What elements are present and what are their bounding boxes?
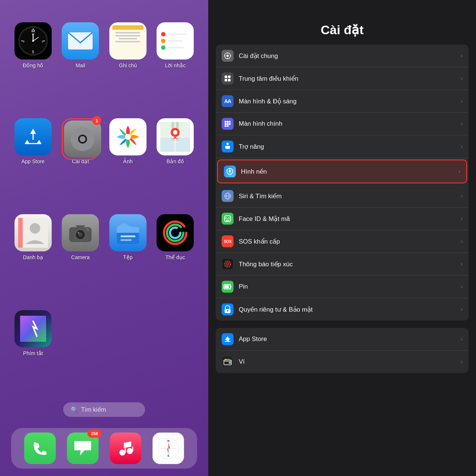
- svg-text:9: 9: [23, 40, 25, 43]
- app-clock-label: Đồng hồ: [23, 62, 43, 68]
- faceid-icon: [222, 213, 234, 225]
- control-chevron: ›: [461, 75, 463, 82]
- siri-chevron: ›: [461, 193, 463, 199]
- battery-chevron: ›: [461, 283, 463, 290]
- app-files[interactable]: Tệp: [106, 214, 150, 299]
- dock-messages[interactable]: 258: [67, 432, 99, 464]
- settings-row-battery[interactable]: Pin ›: [216, 276, 469, 298]
- search-bar[interactable]: 🔍 Tìm kiếm: [63, 402, 145, 417]
- dock-phone[interactable]: [24, 432, 56, 464]
- svg-rect-75: [227, 121, 229, 123]
- display-chevron: ›: [461, 98, 463, 104]
- exposure-icon: [222, 258, 234, 270]
- appstore-row-chevron: ›: [461, 336, 463, 342]
- svg-rect-21: [81, 147, 84, 151]
- svg-point-65: [226, 55, 229, 57]
- svg-rect-106: [227, 359, 229, 360]
- svg-point-19: [80, 136, 86, 142]
- svg-rect-105: [225, 359, 227, 360]
- svg-text:S: S: [167, 454, 170, 457]
- app-reminders-label: Lời nhắc: [165, 62, 186, 68]
- app-appstore[interactable]: App Store: [11, 118, 55, 203]
- sos-label: SOS khẩn cấp: [239, 238, 461, 245]
- settings-content: Cài đặt chung › Trung tâm điều khiển ›: [208, 45, 476, 476]
- svg-point-29: [125, 134, 131, 140]
- app-fitness[interactable]: Thể dục: [154, 214, 197, 299]
- dock-safari[interactable]: N S: [152, 432, 184, 464]
- battery-icon: [222, 281, 234, 293]
- wallet-icon: [222, 356, 234, 368]
- svg-rect-104: [229, 362, 231, 364]
- settings-title: Cài đặt: [219, 22, 465, 37]
- dock: 258: [11, 428, 197, 469]
- svg-point-101: [227, 310, 228, 312]
- svg-rect-77: [225, 123, 226, 125]
- app-maps[interactable]: Bản đồ: [154, 118, 197, 203]
- control-label: Trung tâm điều khiển: [239, 75, 461, 83]
- dock-music[interactable]: [110, 432, 141, 464]
- app-maps-label: Bản đồ: [167, 158, 184, 164]
- svg-point-9: [32, 40, 34, 42]
- app-notes[interactable]: Ghi chú: [106, 22, 150, 107]
- svg-rect-67: [227, 58, 228, 59]
- app-contacts[interactable]: Danh bạ: [11, 214, 55, 299]
- exposure-label: Thông báo tiếp xúc: [239, 260, 461, 268]
- settings-row-privacy[interactable]: Quyền riêng tư & Bảo mật ›: [216, 298, 469, 321]
- homescreen-label: Màn hình chính: [239, 120, 461, 128]
- svg-text:N: N: [167, 439, 170, 443]
- app-clock[interactable]: 12 3 6 9 12: [11, 22, 55, 107]
- svg-rect-80: [225, 125, 226, 127]
- settings-panel: Cài đặt Cài đặt chung ›: [208, 0, 476, 476]
- homescreen-chevron: ›: [461, 120, 463, 127]
- svg-rect-72: [225, 79, 227, 81]
- settings-row-accessibility[interactable]: Trợ năng ›: [216, 135, 469, 158]
- app-files-label: Tệp: [123, 254, 132, 260]
- settings-header: Cài đặt: [208, 0, 476, 45]
- svg-rect-76: [229, 121, 231, 123]
- settings-row-display[interactable]: AA Màn hình & Độ sáng ›: [216, 90, 469, 113]
- general-icon: [222, 50, 234, 62]
- svg-point-36: [173, 130, 177, 135]
- faceid-chevron: ›: [461, 215, 463, 222]
- siri-label: Siri & Tìm kiếm: [239, 192, 461, 200]
- settings-row-sos[interactable]: SOS SOS khẩn cấp ›: [216, 230, 469, 253]
- app-photos[interactable]: Ảnh: [106, 118, 150, 203]
- svg-rect-98: [231, 286, 231, 288]
- sos-chevron: ›: [461, 238, 463, 245]
- app-photos-label: Ảnh: [123, 158, 133, 164]
- app-reminders[interactable]: Lời nhắc: [154, 22, 197, 107]
- settings-row-faceid[interactable]: Face ID & Mật mã ›: [216, 208, 469, 230]
- app-shortcuts[interactable]: Phím tắt: [11, 310, 55, 395]
- settings-row-general[interactable]: Cài đặt chung ›: [216, 45, 469, 67]
- settings-row-appstore[interactable]: App Store ›: [216, 328, 469, 351]
- svg-rect-20: [81, 128, 84, 132]
- wallpaper-icon: [224, 165, 236, 177]
- app-appstore-label: App Store: [22, 158, 45, 164]
- settings-row-wallet[interactable]: Ví ›: [216, 351, 469, 373]
- app-camera[interactable]: Camera: [59, 214, 103, 299]
- svg-rect-22: [71, 138, 75, 140]
- settings-row-homescreen[interactable]: Màn hình chính ›: [216, 113, 469, 135]
- svg-rect-99: [225, 285, 229, 288]
- svg-rect-74: [225, 121, 226, 123]
- app-settings[interactable]: 1 Cài đặt: [59, 118, 103, 203]
- app-contacts-label: Danh bạ: [23, 254, 43, 260]
- settings-group-main: Cài đặt chung › Trung tâm điều khiển ›: [216, 45, 469, 321]
- settings-group-store: App Store › Ví ›: [216, 328, 469, 373]
- app-fitness-label: Thể dục: [165, 254, 185, 260]
- svg-point-45: [86, 228, 89, 231]
- svg-point-82: [226, 143, 229, 145]
- settings-row-siri[interactable]: Siri & Tìm kiếm ›: [216, 185, 469, 208]
- settings-row-exposure[interactable]: Thông báo tiếp xúc ›: [216, 253, 469, 276]
- settings-row-wallpaper[interactable]: Hình nền ›: [217, 160, 467, 183]
- siri-icon: [222, 190, 234, 202]
- app-mail[interactable]: Mail: [59, 22, 103, 107]
- exposure-chevron: ›: [461, 261, 463, 267]
- settings-row-control[interactable]: Trung tâm điều khiển ›: [216, 67, 469, 90]
- svg-point-49: [161, 219, 189, 247]
- battery-label: Pin: [239, 283, 461, 290]
- home-screen: 12 3 6 9 12: [0, 0, 208, 476]
- wallpaper-chevron: ›: [459, 168, 460, 175]
- svg-rect-38: [18, 218, 23, 248]
- control-icon: [222, 73, 234, 84]
